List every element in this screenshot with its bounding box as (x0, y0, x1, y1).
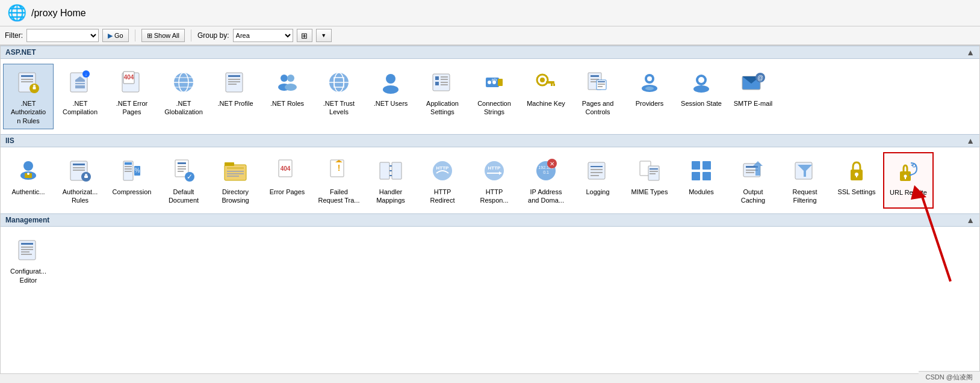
svg-point-50 (540, 78, 545, 82)
svg-rect-61 (598, 86, 603, 87)
aspnet-item-net-profile[interactable]: .NET Profile (210, 64, 261, 129)
session-state-label: Session State (681, 99, 722, 108)
app-settings-icon (428, 68, 457, 97)
svg-rect-85 (125, 162, 132, 165)
view-list-button[interactable]: ▼ (316, 29, 332, 42)
main-content: ASP.NET ▲ .NETAuthorization Rules (0, 45, 980, 374)
go-button[interactable]: ▶ Go (102, 29, 129, 42)
iis-item-ip-addr[interactable]: 192.168 0.1 ✕ IP Addressand Doma... (521, 152, 571, 209)
management-collapse-button[interactable]: ▲ (966, 215, 975, 225)
aspnet-item-app-settings[interactable]: ApplicationSettings (417, 64, 468, 129)
view-icons-button[interactable]: ⊞ (297, 29, 312, 42)
svg-rect-39 (435, 82, 439, 85)
aspnet-item-net-compilation[interactable]: ↓ .NETCompilation (55, 64, 105, 129)
svg-rect-141 (746, 172, 754, 173)
filter-select[interactable] (26, 29, 99, 42)
iis-item-ssl-settings[interactable]: SSL Settings (831, 152, 882, 209)
authentication-icon (14, 156, 43, 185)
iis-item-request-filter[interactable]: RequestFiltering (780, 152, 830, 209)
svg-rect-2 (21, 79, 33, 80)
aspnet-item-net-users[interactable]: .NET Users (365, 64, 416, 129)
svg-rect-95 (178, 171, 184, 172)
modules-label: Modules (689, 188, 714, 196)
logging-icon (583, 156, 612, 185)
aspnet-item-conn-strings[interactable]: ab ConnectionStrings (469, 64, 519, 129)
groupby-select[interactable]: Area (233, 29, 293, 42)
svg-text:404: 404 (281, 165, 291, 172)
svg-rect-132 (650, 171, 658, 172)
svg-text:HTTP: HTTP (436, 165, 450, 171)
svg-rect-23 (228, 75, 240, 77)
svg-point-68 (693, 85, 709, 93)
iis-item-output-caching[interactable]: OutputCaching (728, 152, 778, 209)
management-item-config-editor[interactable]: Configurat...Editor (3, 231, 54, 289)
toolbar-separator-2 (191, 29, 191, 41)
failed-req-label: FailedRequest Tra... (318, 188, 359, 205)
iis-item-default-doc[interactable]: ✓ DefaultDocument (158, 152, 209, 209)
svg-text:0.1: 0.1 (543, 170, 549, 174)
aspnet-item-smtp-email[interactable]: @ SMTP E-mail (728, 64, 778, 129)
svg-rect-133 (650, 173, 656, 174)
iis-item-failed-req[interactable]: ! FailedRequest Tra... (314, 152, 364, 209)
net-users-label: .NET Users (374, 99, 408, 108)
svg-rect-124 (588, 162, 605, 179)
aspnet-item-net-auth-rules[interactable]: .NETAuthorization Rules (3, 64, 54, 129)
svg-rect-135 (702, 161, 711, 170)
svg-rect-94 (178, 168, 186, 170)
mime-types-icon (635, 156, 664, 185)
bottom-bar: CSDN @仙凌阁 (919, 371, 980, 383)
net-roles-icon (273, 68, 302, 97)
bottom-bar-text: CSDN @仙凌阁 (926, 373, 973, 381)
aspnet-item-net-error-pages[interactable]: 404 .NET ErrorPages (107, 64, 157, 129)
conn-strings-icon: ab (480, 68, 509, 97)
net-auth-rules-label: .NETAuthorization Rules (11, 99, 46, 125)
session-state-icon (687, 68, 716, 97)
iis-collapse-button[interactable]: ▲ (966, 136, 975, 146)
svg-point-73 (23, 161, 33, 171)
aspnet-collapse-button[interactable]: ▲ (966, 47, 975, 57)
http-response-label: HTTPRespon... (480, 188, 508, 205)
net-compilation-icon: ↓ (66, 68, 95, 97)
iis-item-logging[interactable]: Logging (572, 152, 623, 209)
default-doc-icon: ✓ (169, 156, 198, 185)
pages-controls-label: Pages andControls (582, 99, 614, 117)
svg-text:✓: ✓ (187, 173, 193, 181)
http-redirect-label: HTTPRedirect (430, 188, 455, 205)
authz-rules-icon (66, 156, 95, 185)
svg-rect-137 (702, 172, 711, 180)
iis-item-http-redirect[interactable]: HTTP HTTPRedirect (417, 152, 468, 209)
iis-item-url-rewrite[interactable]: ⟲ URL Rewrite (883, 152, 934, 209)
iis-item-authz-rules[interactable]: Authorizat...Rules (55, 152, 105, 209)
title-bar: 🌐 /proxy Home (0, 0, 980, 26)
iis-item-dir-browsing[interactable]: DirectoryBrowsing (210, 152, 261, 209)
svg-point-45 (488, 81, 491, 84)
svg-rect-99 (225, 162, 234, 166)
aspnet-item-providers[interactable]: Providers (624, 64, 675, 129)
svg-rect-25 (228, 81, 240, 82)
iis-item-modules[interactable]: Modules (676, 152, 727, 209)
aspnet-item-session-state[interactable]: Session State (676, 64, 727, 129)
svg-text:404: 404 (124, 74, 134, 81)
iis-item-http-response[interactable]: HTTP HTTPRespon... (469, 152, 519, 209)
iis-item-error-pages[interactable]: 404 Error Pages (262, 152, 312, 209)
svg-rect-24 (228, 79, 240, 80)
aspnet-item-net-roles[interactable]: .NET Roles (262, 64, 312, 129)
iis-item-mime-types[interactable]: MIME Types (624, 152, 675, 209)
svg-point-28 (287, 75, 294, 82)
aspnet-item-net-globalization[interactable]: .NETGlobalization (158, 64, 209, 129)
svg-rect-125 (591, 166, 603, 167)
aspnet-item-net-trust[interactable]: .NET TrustLevels (314, 64, 364, 129)
iis-item-authentication[interactable]: Authentic... (3, 152, 54, 209)
iis-item-compression[interactable]: % Compression (107, 152, 157, 209)
ip-addr-icon: 192.168 0.1 ✕ (532, 156, 560, 185)
iis-item-handler-map[interactable]: HandlerMappings (365, 152, 416, 209)
svg-text:↓: ↓ (85, 72, 87, 76)
url-rewrite-icon: ⟲ (894, 157, 923, 186)
svg-rect-146 (856, 174, 857, 177)
aspnet-item-pages-controls[interactable]: Pages andControls (572, 64, 623, 129)
svg-rect-149 (905, 176, 906, 179)
config-editor-icon (14, 236, 43, 265)
show-all-button[interactable]: ⊞ Show All (141, 29, 185, 42)
aspnet-item-machine-key[interactable]: Machine Key (521, 64, 571, 129)
svg-rect-59 (598, 81, 605, 82)
